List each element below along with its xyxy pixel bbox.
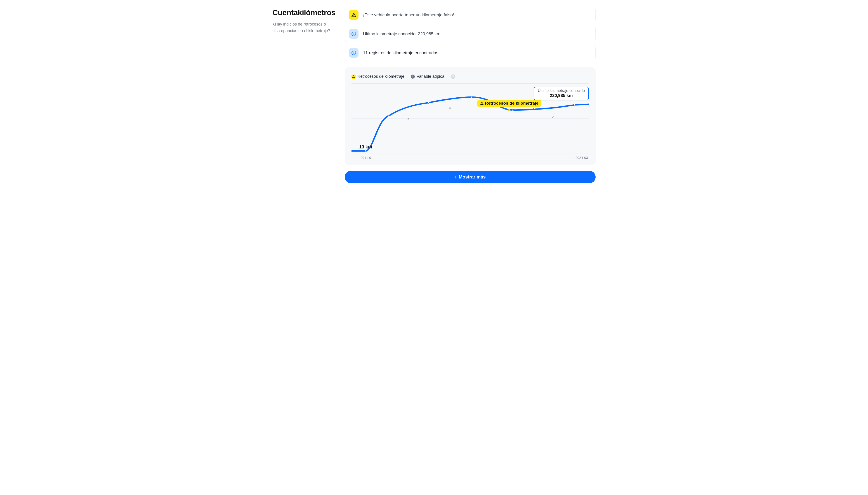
alert-fake-mileage: ¡Este vehículo podría tener un kilometra… [345,7,596,23]
show-more-label: Mostrar más [459,174,486,180]
chart-svg [351,84,589,153]
x-tick-start: 2011-01 [361,156,373,159]
svg-point-11 [471,96,472,98]
info-icon [349,29,358,39]
x-tick-end: 2024-03 [575,156,588,159]
svg-point-18 [552,117,554,118]
legend-rollbacks: Retrocesos de kilometraje [351,74,404,79]
svg-point-8 [365,150,366,152]
exclamation-icon: ! [411,74,415,79]
svg-point-1 [353,16,354,16]
svg-point-12 [508,109,510,111]
info-last-known: Último kilometraje conocido: 220,985 km [345,26,596,42]
mileage-chart-card: Retrocesos de kilometraje ! Variable atí… [345,67,596,165]
svg-point-10 [428,102,430,103]
svg-point-9 [387,116,389,117]
info-icon [349,48,358,57]
legend-outlier: ! Variable atípica [411,74,445,79]
info-text: Último kilometraje conocido: 220,985 km [363,31,440,36]
svg-point-6 [353,52,354,52]
show-more-button[interactable]: ↓ Mostrar más [345,171,596,183]
svg-point-17 [449,107,451,109]
svg-point-15 [574,104,575,106]
section-subtitle: ¿Hay indicios de retrocesos o discrepanc… [272,21,338,34]
svg-point-3 [353,33,354,33]
svg-point-16 [408,118,409,120]
mileage-chart: 13 km Retrocesos de kilometraje Último k… [351,83,589,153]
svg-point-13 [512,109,514,111]
arrow-down-icon: ↓ [455,175,456,179]
section-title: Cuentakilómetros [272,8,338,17]
chart-x-axis: 2011-01 2024-03 [351,155,589,159]
legend-label: Variable atípica [417,74,445,79]
warning-icon [351,74,355,79]
alert-text: ¡Este vehículo podría tener un kilometra… [363,13,454,17]
chart-legend: Retrocesos de kilometraje ! Variable atí… [351,74,589,79]
info-text: 11 registros de kilometraje encontrados [363,50,438,55]
help-icon[interactable]: ? [451,74,455,79]
legend-label: Retrocesos de kilometraje [357,74,404,79]
warning-icon [349,10,358,20]
svg-point-14 [533,108,535,109]
info-records-found: 11 registros de kilometraje encontrados [345,45,596,61]
